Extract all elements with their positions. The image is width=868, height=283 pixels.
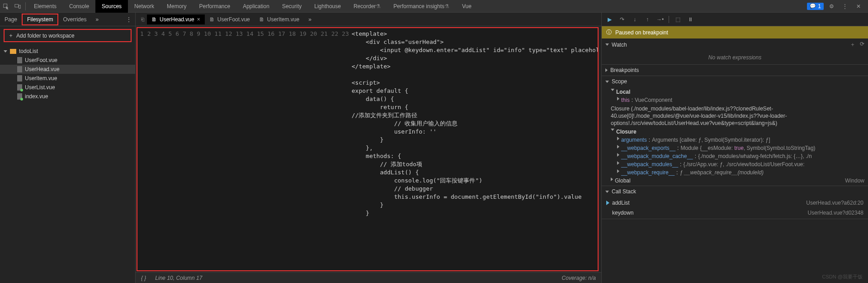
editor-pane: ⎗ 🗎UserHead.vue× 🗎UserFoot.vue 🗎UserItem… [136, 13, 601, 283]
cursor-position: Line 10, Column 17 [155, 275, 202, 281]
tab-vue[interactable]: Vue [456, 0, 478, 13]
braces-icon[interactable]: { } [141, 275, 146, 281]
editor-tab[interactable]: 🗎UserHead.vue× [147, 14, 205, 24]
nav-tab-page[interactable]: Page [0, 14, 22, 24]
step-icon[interactable]: →• [656, 16, 664, 23]
tab-security[interactable]: Security [276, 0, 308, 13]
add-watch-icon[interactable]: ＋ [850, 41, 855, 48]
pause-exc-icon[interactable]: ⏸ [686, 16, 694, 23]
tree-file[interactable]: UserFoot.vue [0, 56, 135, 65]
file-icon: 🗎 [259, 16, 264, 23]
file-icon: 🗎 [209, 16, 215, 23]
file-icon [17, 75, 22, 82]
tree-file[interactable]: UserItem.vue [0, 74, 135, 83]
tab-sources[interactable]: Sources [95, 0, 128, 13]
tab-elements[interactable]: Elements [28, 0, 63, 13]
debugger-pane: ▶ ↷ ↓ ↑ →• ⬚ ⏸ ⓘ Paused on breakpoint Wa… [601, 13, 868, 283]
tab-console[interactable]: Console [63, 0, 95, 13]
messages-badge[interactable]: 💬 1 [807, 3, 824, 10]
tree-file[interactable]: UserHead.vue [0, 65, 135, 74]
settings-icon[interactable]: ⚙ [826, 0, 837, 13]
code-editor[interactable]: 1 2 3 4 5 6 7 8 9 10 11 12 13 14 15 16 1… [137, 27, 599, 271]
scope-var[interactable]: __webpack_exports__: Module {__esModule:… [602, 144, 868, 152]
folder-icon [10, 49, 16, 54]
callstack-frame[interactable]: keydownUserHead.vue?d02348 [602, 208, 868, 218]
scope-local[interactable]: Local [602, 88, 868, 96]
step-out-icon[interactable]: ↑ [643, 16, 651, 23]
nav-history-icon[interactable]: ⎗ [138, 16, 147, 23]
inspect-icon[interactable] [0, 0, 12, 13]
scope-closure-desc: Closure (./node_modules/babel-loader/lib… [602, 104, 868, 128]
step-over-icon[interactable]: ↷ [618, 16, 626, 23]
scope-var[interactable]: __webpack_require__: ƒ __webpack_require… [602, 168, 868, 177]
close-tab-icon[interactable]: × [197, 16, 200, 23]
debugger-toolbar: ▶ ↷ ↓ ↑ →• ⬚ ⏸ [602, 13, 868, 26]
editor-status-bar: { } Line 10, Column 17 Coverage: n/a [136, 272, 601, 283]
nav-tab-more[interactable]: » [91, 14, 103, 24]
nav-more-icon[interactable]: ⋮ [123, 16, 135, 23]
svg-rect-2 [19, 5, 21, 8]
tree-file[interactable]: index.vue [0, 92, 135, 101]
code-content[interactable]: <template> <div class="userHead"> <input… [352, 28, 598, 270]
breakpoints-section: Breakpoints [602, 65, 868, 76]
scope-global[interactable]: GlobalWindow [602, 177, 868, 185]
tree-file[interactable]: UserList.vue [0, 83, 135, 92]
devtools-top-bar: Elements Console Sources Network Memory … [0, 0, 868, 13]
callstack-frame[interactable]: addListUserHead.vue?a62d:20 [602, 198, 868, 208]
device-toggle-icon[interactable] [12, 0, 24, 13]
scope-var[interactable]: arguments: Arguments [callee: ƒ, Symbol(… [602, 136, 868, 144]
step-into-icon[interactable]: ↓ [631, 16, 639, 23]
tab-performance[interactable]: Performance [193, 0, 236, 13]
editor-tabs: ⎗ 🗎UserHead.vue× 🗎UserFoot.vue 🗎UserItem… [136, 13, 601, 26]
refresh-icon[interactable]: ⟳ [860, 41, 864, 48]
watch-section: Watch＋⟳ No watch expressions [602, 38, 868, 65]
file-tree: todoList UserFoot.vue UserHead.vue UserI… [0, 45, 135, 103]
tab-recorder[interactable]: Recorder ⚗ [347, 0, 387, 13]
divider [25, 2, 26, 10]
scope-section: Scope Local this: VueComponent Closure (… [602, 76, 868, 186]
watch-header[interactable]: Watch＋⟳ [602, 38, 868, 51]
file-icon [17, 57, 22, 63]
breakpoints-header[interactable]: Breakpoints [602, 65, 868, 76]
close-icon[interactable]: ✕ [853, 0, 864, 13]
paused-banner: ⓘ Paused on breakpoint [602, 26, 868, 38]
more-icon[interactable]: ⋮ [839, 0, 851, 13]
scope-closure[interactable]: Closure [602, 128, 868, 136]
file-icon [17, 66, 22, 72]
watermark: CSDN @我要干饭 [822, 273, 863, 280]
scope-var[interactable]: __webpack_modules__: {./src/App.vue: ƒ, … [602, 160, 868, 168]
coverage-status: Coverage: n/a [562, 275, 596, 281]
navigator-pane: Page Filesystem Overrides » ⋮ ＋ Add fold… [0, 13, 136, 283]
tab-application[interactable]: Application [236, 0, 276, 13]
watch-empty: No watch expressions [602, 52, 868, 63]
scope-var[interactable]: this: VueComponent [602, 96, 868, 104]
callstack-header[interactable]: Call Stack [602, 186, 868, 197]
tab-memory[interactable]: Memory [160, 0, 193, 13]
tab-perf-insights[interactable]: Performance insights ⚗ [387, 0, 456, 13]
tab-lighthouse[interactable]: Lighthouse [308, 0, 347, 13]
resume-icon[interactable]: ▶ [605, 16, 613, 23]
editor-tab[interactable]: 🗎UserFoot.vue [205, 14, 255, 24]
deactivate-bp-icon[interactable]: ⬚ [674, 16, 682, 23]
callstack-section: Call Stack addListUserHead.vue?a62d:20 k… [602, 186, 868, 219]
panel-tabs: Elements Console Sources Network Memory … [28, 0, 478, 13]
scope-var[interactable]: __webpack_module_cache__: {./node_module… [602, 152, 868, 160]
nav-tab-filesystem[interactable]: Filesystem [22, 14, 58, 25]
tab-network[interactable]: Network [128, 0, 160, 13]
scope-header[interactable]: Scope [602, 76, 868, 87]
editor-tab[interactable]: 🗎UserItem.vue [255, 14, 304, 24]
nav-tab-overrides[interactable]: Overrides [58, 14, 91, 24]
add-folder-button[interactable]: ＋ Add folder to workspace [4, 29, 132, 42]
file-icon: 🗎 [151, 16, 157, 23]
editor-tab-more[interactable]: » [304, 14, 316, 24]
svg-rect-1 [15, 4, 19, 7]
tree-folder[interactable]: todoList [0, 47, 135, 56]
line-gutter: 1 2 3 4 5 6 7 8 9 10 11 12 13 14 15 16 1… [137, 28, 352, 270]
file-icon [17, 84, 22, 91]
file-icon [17, 93, 22, 100]
